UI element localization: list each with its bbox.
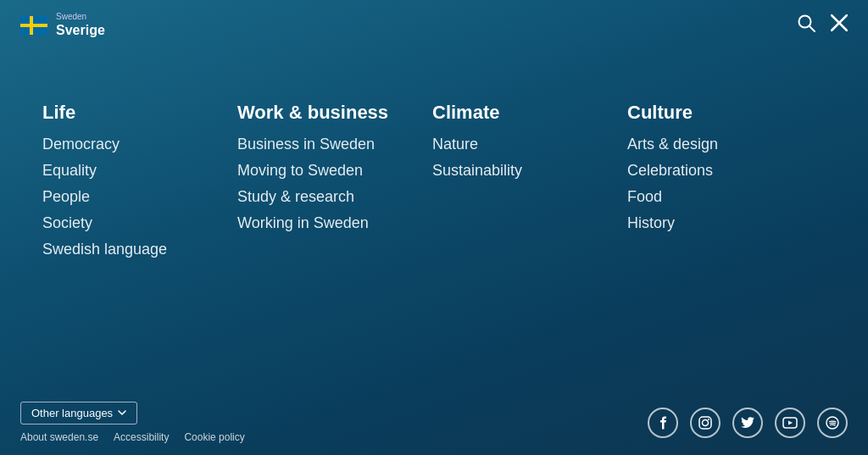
svg-point-8 <box>703 419 709 425</box>
nav-link-history[interactable]: History <box>627 214 822 232</box>
footer-links: About sweden.se Accessibility Cookie pol… <box>20 431 245 443</box>
close-icon[interactable] <box>831 14 848 36</box>
cookie-policy-link[interactable]: Cookie policy <box>184 431 244 443</box>
svg-line-4 <box>810 26 815 32</box>
logo-sweden-label: Sweden <box>56 12 105 22</box>
nav-link-democracy[interactable]: Democracy <box>42 136 237 153</box>
header: Sweden Sverige <box>0 0 868 50</box>
nav-link-equality[interactable]: Equality <box>42 162 237 180</box>
logo-text: Sweden Sverige <box>56 12 105 38</box>
spotify-icon[interactable] <box>817 408 848 438</box>
other-languages-label: Other languages <box>31 407 113 419</box>
logo-sverige-label: Sverige <box>56 22 105 38</box>
nav-column-title-life: Life <box>42 102 237 124</box>
nav-content: Life Democracy Equality People Society S… <box>42 102 826 267</box>
nav-column-work: Work & business Business in Sweden Movin… <box>237 102 432 267</box>
other-languages-button[interactable]: Other languages <box>20 402 137 424</box>
nav-link-business-sweden[interactable]: Business in Sweden <box>237 136 432 153</box>
search-icon[interactable] <box>797 14 815 36</box>
nav-column-climate: Climate Nature Sustainability <box>432 102 627 267</box>
svg-rect-1 <box>20 24 47 27</box>
nav-link-swedish-language[interactable]: Swedish language <box>42 241 237 258</box>
svg-rect-2 <box>30 16 33 35</box>
nav-link-study-research[interactable]: Study & research <box>237 188 432 206</box>
nav-column-culture: Culture Arts & design Celebrations Food … <box>627 102 822 267</box>
about-link[interactable]: About sweden.se <box>20 431 98 443</box>
svg-rect-7 <box>699 417 711 429</box>
youtube-icon[interactable] <box>775 408 805 438</box>
logo[interactable]: Sweden Sverige <box>20 12 105 38</box>
nav-column-title-work: Work & business <box>237 102 432 124</box>
nav-link-nature[interactable]: Nature <box>432 136 627 153</box>
nav-link-society[interactable]: Society <box>42 214 237 232</box>
nav-column-life: Life Democracy Equality People Society S… <box>42 102 237 267</box>
svg-point-9 <box>708 419 709 420</box>
facebook-icon[interactable] <box>648 408 678 438</box>
social-icons <box>648 408 848 438</box>
sweden-flag-icon <box>20 16 47 35</box>
header-icons <box>797 14 848 36</box>
nav-link-moving-sweden[interactable]: Moving to Sweden <box>237 162 432 180</box>
footer: Other languages About sweden.se Accessib… <box>0 390 868 455</box>
nav-link-working-sweden[interactable]: Working in Sweden <box>237 214 432 232</box>
chevron-down-icon <box>118 410 126 416</box>
nav-link-arts-design[interactable]: Arts & design <box>627 136 822 153</box>
nav-column-title-climate: Climate <box>432 102 627 124</box>
nav-link-sustainability[interactable]: Sustainability <box>432 162 627 180</box>
footer-left: Other languages About sweden.se Accessib… <box>20 402 245 443</box>
accessibility-link[interactable]: Accessibility <box>114 431 169 443</box>
nav-link-food[interactable]: Food <box>627 188 822 206</box>
twitter-icon[interactable] <box>732 408 763 438</box>
nav-column-title-culture: Culture <box>627 102 822 124</box>
nav-link-people[interactable]: People <box>42 188 237 206</box>
instagram-icon[interactable] <box>690 408 721 438</box>
nav-link-celebrations[interactable]: Celebrations <box>627 162 822 180</box>
